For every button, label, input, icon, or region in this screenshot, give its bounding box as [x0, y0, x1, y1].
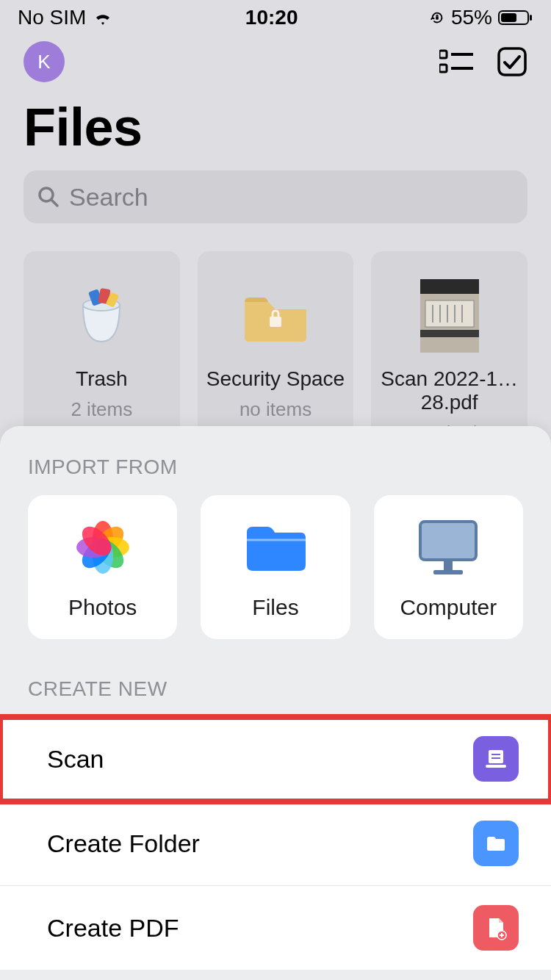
carrier-label: No SIM — [18, 6, 86, 29]
svg-rect-6 — [439, 65, 447, 72]
svg-rect-17 — [420, 279, 479, 294]
svg-rect-2 — [501, 13, 516, 22]
search-icon — [37, 185, 60, 209]
file-sub: 2 items — [71, 398, 132, 421]
create-list: Scan Create Folder Create PDF — [0, 717, 551, 970]
trash-icon — [68, 272, 134, 360]
page-title: Files — [0, 82, 551, 170]
create-section-header: CREATE NEW — [0, 639, 551, 717]
scan-icon — [473, 736, 519, 782]
svg-rect-3 — [530, 15, 532, 21]
create-label: Create PDF — [47, 914, 179, 943]
svg-rect-36 — [433, 570, 463, 574]
file-name: Trash — [76, 367, 128, 391]
search-placeholder: Search — [69, 183, 148, 212]
file-sub: no items — [240, 398, 311, 421]
svg-rect-25 — [420, 330, 479, 337]
photos-icon — [70, 516, 136, 579]
clock-label: 10:20 — [245, 6, 298, 29]
svg-line-10 — [51, 200, 57, 206]
create-label: Create Folder — [47, 829, 200, 858]
import-label: Photos — [68, 595, 137, 620]
files-folder-icon — [242, 516, 309, 579]
select-checkbox-icon[interactable] — [497, 46, 527, 77]
action-sheet: IMPORT FROM Photos — [0, 426, 551, 980]
layout-list-icon[interactable] — [439, 48, 473, 75]
create-item-scan[interactable]: Scan — [0, 717, 551, 801]
search-input[interactable]: Search — [24, 170, 527, 223]
import-files[interactable]: Files — [201, 495, 350, 639]
status-bar: No SIM 10:20 55% — [0, 0, 551, 35]
create-label: Scan — [47, 745, 104, 774]
secure-folder-icon — [239, 272, 312, 360]
avatar[interactable]: K — [24, 41, 65, 82]
app-header: K — [0, 35, 551, 82]
svg-rect-35 — [444, 561, 453, 570]
import-computer[interactable]: Computer — [374, 495, 523, 639]
pdf-icon — [473, 905, 519, 951]
import-row: Photos Files Computer — [0, 495, 551, 639]
document-thumbnail — [417, 272, 483, 360]
import-label: Files — [252, 595, 298, 620]
create-item-folder[interactable]: Create Folder — [0, 801, 551, 886]
svg-rect-34 — [420, 522, 476, 560]
battery-icon — [498, 9, 533, 26]
svg-rect-40 — [486, 765, 506, 768]
svg-rect-15 — [270, 317, 281, 327]
svg-rect-8 — [499, 48, 525, 75]
files-grid: Trash 2 items Security Space no items — [0, 223, 551, 461]
import-section-header: IMPORT FROM — [0, 455, 551, 495]
battery-pct-label: 55% — [451, 6, 492, 29]
import-photos[interactable]: Photos — [28, 495, 177, 639]
computer-icon — [411, 516, 485, 579]
svg-rect-37 — [489, 750, 503, 763]
file-name: Security Space — [206, 367, 345, 391]
import-label: Computer — [400, 595, 497, 620]
avatar-initial: K — [37, 51, 50, 73]
orientation-lock-icon — [429, 10, 445, 26]
file-name: Scan 2022-1…28.pdf — [380, 367, 519, 414]
create-item-pdf[interactable]: Create PDF — [0, 886, 551, 970]
folder-icon — [473, 821, 519, 866]
wifi-icon — [92, 10, 114, 26]
svg-rect-0 — [436, 16, 439, 20]
svg-rect-4 — [439, 51, 447, 58]
